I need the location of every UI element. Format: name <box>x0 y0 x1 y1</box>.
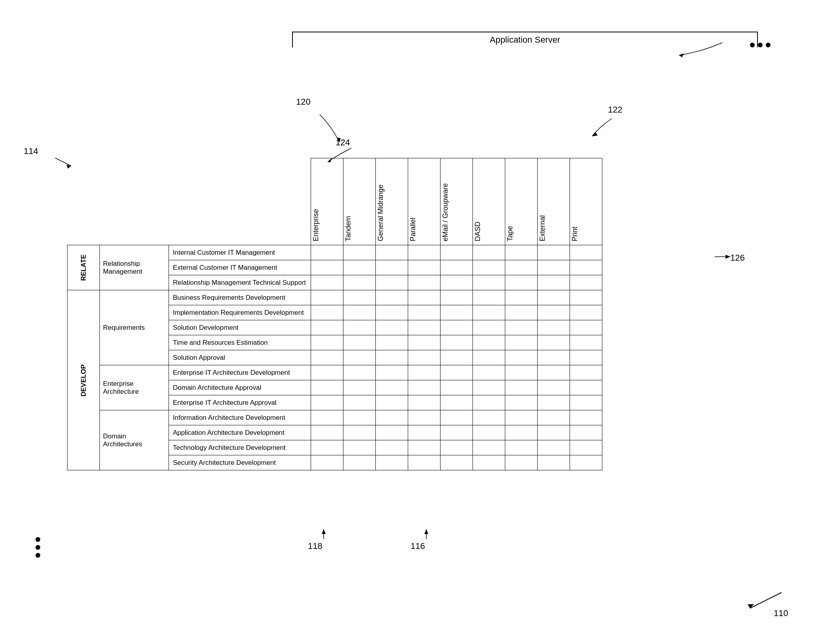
grid-cell <box>376 440 408 455</box>
process-enterprise-it-arch-dev: Enterprise IT Architecture Development <box>169 365 311 380</box>
grid-cell <box>376 455 408 470</box>
col-header-email-groupware: eMail / Groupware <box>441 158 473 245</box>
grid-cell <box>343 455 376 470</box>
grid-cell <box>408 350 441 365</box>
grid-cell <box>441 380 473 395</box>
grid-cell <box>343 335 376 350</box>
dot-v2 <box>36 545 40 550</box>
grid-cell <box>538 245 570 260</box>
col-label-external: External <box>538 215 547 241</box>
grid-cell <box>441 275 473 290</box>
grid-cell <box>570 290 602 305</box>
grid-cell <box>311 260 343 275</box>
grid-cell <box>408 320 441 335</box>
grid-cell <box>570 410 602 425</box>
dots-more-horizontal <box>750 43 771 47</box>
grid-cell <box>538 290 570 305</box>
grid-cell <box>570 380 602 395</box>
col-label-tandem: Tandem <box>344 216 352 241</box>
col-label-tape: Tape <box>506 226 514 241</box>
grid-cell <box>505 440 538 455</box>
svg-marker-7 <box>726 255 730 259</box>
process-business-req-dev: Business Requirements Development <box>169 290 311 305</box>
col-label-email-groupware: eMail / Groupware <box>441 183 450 241</box>
col-header-general-midrange: General Midrange <box>376 158 408 245</box>
dot1 <box>750 43 755 47</box>
grid-cell <box>376 350 408 365</box>
grid-cell <box>311 275 343 290</box>
grid-cell <box>538 455 570 470</box>
vertical-label-relate: RELATE <box>68 245 100 290</box>
ref-116: 116 <box>411 541 425 551</box>
grid-cell <box>538 320 570 335</box>
grid-cell <box>408 455 441 470</box>
dot3 <box>766 43 771 47</box>
grid-cell <box>408 380 441 395</box>
grid-cell <box>376 320 408 335</box>
grid-cell <box>441 365 473 380</box>
grid-cell <box>538 275 570 290</box>
grid-cell <box>376 275 408 290</box>
grid-cell <box>473 245 505 260</box>
grid-cell <box>408 275 441 290</box>
grid-cell <box>441 395 473 410</box>
grid-cell <box>441 455 473 470</box>
grid-cell <box>538 425 570 440</box>
process-impl-req-dev: Implementation Requirements Development <box>169 305 311 320</box>
grid-cell <box>408 290 441 305</box>
ref-122: 122 <box>608 105 622 115</box>
grid-cell <box>408 245 441 260</box>
group-label-relationship-mgmt: Relationship Management <box>100 245 169 290</box>
grid-cell <box>473 365 505 380</box>
col-header-dasd: DASD <box>473 158 505 245</box>
ref-114: 114 <box>24 146 38 156</box>
grid-cell <box>505 455 538 470</box>
grid-cell <box>376 380 408 395</box>
grid-cell <box>505 305 538 320</box>
grid-cell <box>473 410 505 425</box>
grid-cell <box>570 245 602 260</box>
grid-cell <box>376 335 408 350</box>
process-time-resources-est: Time and Resources Estimation <box>169 335 311 350</box>
process-internal-customer-it-mgmt: Internal Customer IT Management <box>169 245 311 260</box>
main-table: Enterprise Tandem General Midrange Paral… <box>67 158 602 470</box>
grid-cell <box>343 260 376 275</box>
grid-cell <box>376 425 408 440</box>
group-label-requirements: Requirements <box>100 290 169 365</box>
grid-cell <box>441 335 473 350</box>
col-label-enterprise: Enterprise <box>312 209 320 241</box>
grid-cell <box>570 350 602 365</box>
col-label-general-midrange: General Midrange <box>377 184 385 241</box>
grid-cell <box>343 305 376 320</box>
grid-cell <box>570 335 602 350</box>
dot-v3 <box>36 553 40 558</box>
grid-cell <box>538 395 570 410</box>
grid-cell <box>538 365 570 380</box>
grid-cell <box>570 395 602 410</box>
grid-cell <box>343 440 376 455</box>
grid-cell <box>311 335 343 350</box>
grid-cell <box>311 455 343 470</box>
grid-cell <box>311 245 343 260</box>
app-server-label: Application Server <box>292 32 758 47</box>
process-security-arch-dev: Security Architecture Development <box>169 455 311 470</box>
col-header-print: Print <box>570 158 602 245</box>
svg-marker-2 <box>679 53 684 57</box>
col-header-tape: Tape <box>505 158 538 245</box>
grid-cell <box>376 365 408 380</box>
grid-cell <box>311 365 343 380</box>
grid-cell <box>376 260 408 275</box>
grid-cell <box>343 275 376 290</box>
col-header-parallel: Parallel <box>408 158 441 245</box>
grid-cell <box>473 440 505 455</box>
process-rel-mgmt-tech-support: Relationship Management Technical Suppor… <box>169 275 311 290</box>
svg-marker-9 <box>424 529 428 534</box>
process-solution-approval: Solution Approval <box>169 350 311 365</box>
grid-cell <box>311 380 343 395</box>
ref-120: 120 <box>296 97 311 107</box>
grid-cell <box>311 425 343 440</box>
grid-cell <box>311 290 343 305</box>
col-label-dasd: DASD <box>474 222 482 241</box>
grid-cell <box>538 380 570 395</box>
grid-cell <box>441 350 473 365</box>
